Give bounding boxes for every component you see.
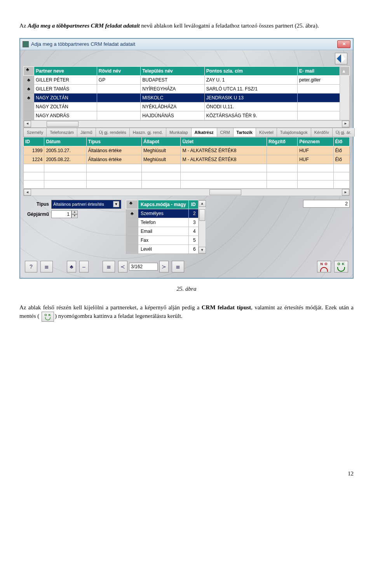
tab-alkatresz[interactable]: Alkatrész <box>192 128 217 137</box>
list-item[interactable]: Email 4 <box>126 227 199 236</box>
table-row-selected[interactable]: ♣ NAGY ZOLTÁN MISKOLC JENDRASIK U 13 <box>24 93 350 102</box>
cancel-button[interactable]: N O <box>317 261 331 272</box>
tipus-combo[interactable]: Általános partneri értesítés ▼ <box>51 200 121 209</box>
scroll-thumb[interactable] <box>209 189 241 195</box>
kapcs-header-name[interactable]: Kapcs.módja - magy <box>138 200 189 209</box>
scroll-thumb[interactable] <box>199 209 205 221</box>
detail-hscroll[interactable]: ◄ ► <box>23 189 350 196</box>
table-row[interactable] <box>24 164 350 172</box>
right-numeric-input[interactable] <box>303 200 350 208</box>
table-row[interactable]: ♣ GILLER PÉTER GP BUDAPEST ZAY U. 1 pete… <box>24 75 350 84</box>
list-item-selected[interactable]: ♣ Személyes 2 <box>126 209 199 218</box>
scroll-left-icon[interactable]: ◄ <box>24 189 31 196</box>
titlebar[interactable]: Adja meg a többpartneres CRM feladat ada… <box>20 39 353 50</box>
tab-szemely[interactable]: Személy <box>24 128 47 137</box>
smile-icon <box>337 267 345 272</box>
kapcs-mark-header[interactable] <box>126 200 138 209</box>
list-icon: ≣ <box>44 263 49 271</box>
next-button[interactable]: ≻ <box>159 261 169 272</box>
tab-uj-gj-rendeles[interactable]: Új gj. rendelés <box>96 128 130 137</box>
tab-tartozik[interactable]: Tartozik <box>234 128 256 137</box>
spin-down-icon[interactable]: ▼ <box>71 214 78 218</box>
kapcs-table[interactable]: Kapcs.módja - magy ID ♣ Személyes 2 Tele… <box>126 200 199 254</box>
tab-kerdoiv[interactable]: Kérdőív <box>311 128 333 137</box>
gepjarmu-spinner[interactable]: ▲ ▼ <box>51 210 78 218</box>
detail-header-row: ID Dátum Típus Állapot Üzlet Rögzítő Pén… <box>24 137 350 146</box>
table-row[interactable] <box>24 172 350 180</box>
tab-uj-gj-ar[interactable]: Új gj. ár. <box>333 128 355 137</box>
question-icon: ? <box>30 263 33 271</box>
form-left: Típus Általános partneri értesítés ▼ Gép… <box>23 200 121 220</box>
list-item[interactable]: Fax 5 <box>126 236 199 245</box>
partner-mark-header[interactable] <box>24 66 34 75</box>
table-row[interactable]: NAGY ANDRÁS HAJDÚNÁNÁS KÖZTÁRSASÁG TÉR 9… <box>24 111 350 120</box>
first-button[interactable]: ≣ <box>103 261 115 272</box>
detail-header-penznem[interactable]: Pénznem <box>298 137 333 146</box>
tab-tulajdonsagok[interactable]: Tulajdonságok <box>277 128 311 137</box>
detail-header-uzlet[interactable]: Üzlet <box>181 137 267 146</box>
partner-header-email[interactable]: E- mail <box>297 66 340 75</box>
mark-button[interactable]: ♣ <box>67 261 76 272</box>
gepjarmu-input[interactable] <box>51 210 71 218</box>
table-row[interactable]: 1224 2005.08.22. Általános értéke Meghiú… <box>24 155 350 164</box>
partner-header-name[interactable]: Partner neve <box>34 66 97 75</box>
detail-table[interactable]: ID Dátum Típus Állapot Üzlet Rögzítő Pén… <box>23 137 350 189</box>
list-button[interactable]: ≣ <box>40 261 53 272</box>
scroll-right-icon[interactable]: ► <box>342 121 349 127</box>
scroll-thumb[interactable] <box>47 121 78 127</box>
spin-up-icon[interactable]: ▲ <box>71 210 78 214</box>
table-row[interactable]: ♣ GILLER TAMÁS NYÍREGYHÁZA SARLÓ UTCA 11… <box>24 84 350 93</box>
kapcs-vscroll[interactable]: ▲ ▼ <box>199 200 206 254</box>
intro-pre: Az <box>19 23 28 29</box>
close-icon: ✕ <box>342 41 346 47</box>
chevron-down-icon[interactable]: ▼ <box>113 201 119 207</box>
lower-panel: Típus Általános partneri értesítés ▼ Gép… <box>23 200 350 254</box>
detail-header-rogzito[interactable]: Rögzítő <box>267 137 297 146</box>
partner-table[interactable]: Partner neve Rövid név Település név Pon… <box>23 66 350 120</box>
chevron-left-icon: ≺ <box>120 263 125 271</box>
help-button[interactable]: ? <box>25 261 37 272</box>
detail-header-allapot[interactable]: Állapot <box>142 137 181 146</box>
list-item[interactable]: Levél 6 <box>126 245 199 254</box>
pager: ≺ ≻ <box>118 261 169 272</box>
detail-header-datum[interactable]: Dátum <box>44 137 86 146</box>
partner-header-rovid[interactable]: Rövid név <box>97 66 140 75</box>
edit-button[interactable] <box>335 53 347 64</box>
partner-hscroll[interactable]: ◄ ► <box>23 120 350 128</box>
kapcs-header-id[interactable]: ID <box>188 200 198 209</box>
table-row[interactable]: 1399 2005.10.27. Általános értéke Meghiú… <box>24 146 350 155</box>
scroll-right-icon[interactable]: ► <box>342 189 349 196</box>
tab-kovetel[interactable]: Követel <box>256 128 277 137</box>
crm-window: Adja meg a többpartneres CRM feladat ada… <box>19 38 354 279</box>
figure-caption: 25. ábra <box>19 284 354 293</box>
detail-header-id[interactable]: ID <box>24 137 44 146</box>
partner-vscroll[interactable] <box>340 75 350 120</box>
scroll-up-icon[interactable]: ▲ <box>199 200 206 207</box>
last-button[interactable]: ≣ <box>172 261 184 272</box>
prev-button[interactable]: ≺ <box>118 261 127 272</box>
partner-header-telep[interactable]: Település név <box>141 66 204 75</box>
table-row[interactable] <box>24 180 350 189</box>
table-row[interactable]: NAGY ZOLTÁN NYÉKLÁDHÁZA ÓNODI U,11. <box>24 102 350 111</box>
detail-header-tipus[interactable]: Típus <box>86 137 141 146</box>
ok-button[interactable]: O K <box>334 261 348 272</box>
minus-icon: – <box>82 263 85 271</box>
minus-button[interactable]: – <box>79 261 89 272</box>
intro-post: nevű ablakon kell leválogatni a feladath… <box>141 23 319 29</box>
scroll-left-icon[interactable]: ◄ <box>24 121 31 127</box>
tab-jarmu[interactable]: Jármű <box>77 128 96 137</box>
pager-input[interactable] <box>129 263 158 271</box>
tab-crm[interactable]: CRM <box>217 128 234 137</box>
scroll-down-icon[interactable]: ▼ <box>199 247 206 253</box>
tab-haszn-gj-rend[interactable]: Haszn. gj. rend. <box>130 128 166 137</box>
close-button[interactable]: ✕ <box>337 40 350 48</box>
chevron-right-icon: ≻ <box>162 263 166 271</box>
tab-telefonszam[interactable]: Telefonszám <box>47 128 77 137</box>
bottom-toolbar: ? ≣ ♣ – ≣ ≺ ≻ ≣ N O O K <box>23 258 350 275</box>
detail-tabs[interactable]: Személy Telefonszám Jármű Új gj. rendelé… <box>23 128 350 137</box>
detail-header-elo[interactable]: Élő <box>333 137 349 146</box>
partner-header-row: Partner neve Rövid név Település név Pon… <box>24 66 350 75</box>
list-item[interactable]: Telefon 3 <box>126 218 199 227</box>
tab-munkalap[interactable]: Munkalap <box>166 128 192 137</box>
partner-header-cim[interactable]: Pontos szla. cím <box>204 66 297 75</box>
